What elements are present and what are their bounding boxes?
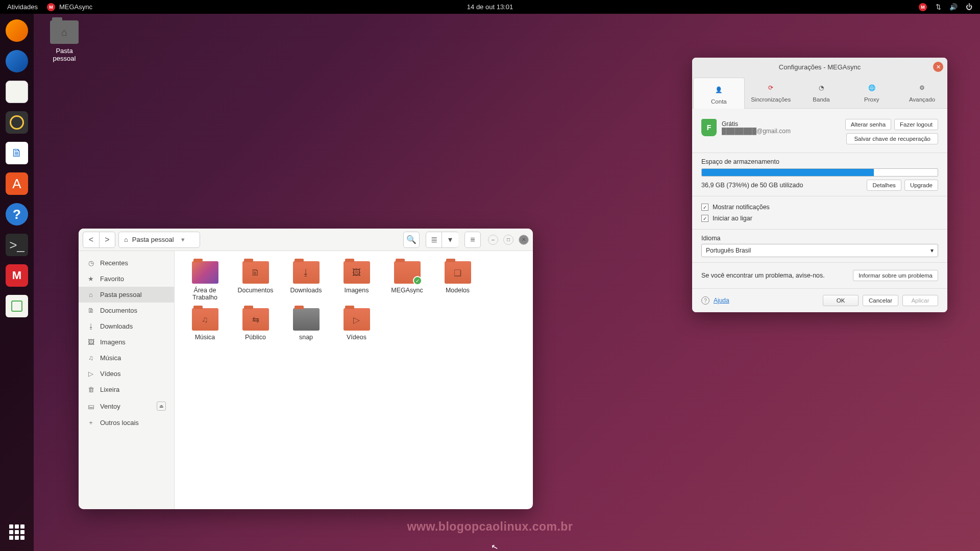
ok-button[interactable]: OK [823, 295, 859, 306]
sidebar-label: Lixeira [100, 386, 119, 393]
dock-firefox[interactable] [3, 17, 31, 44]
mega-tray-icon[interactable]: M [919, 3, 927, 11]
language-value: Português Brasil [706, 247, 751, 254]
language-select[interactable]: Português Brasil ▾ [701, 244, 938, 257]
help-link[interactable]: Ajuda [714, 297, 729, 304]
sidebar-item-recentes[interactable]: ◷Recentes [79, 255, 174, 271]
view-options-button[interactable]: ▾ [442, 232, 458, 248]
tab-proxy[interactable]: 🌐Proxy [846, 76, 897, 108]
storage-bar [701, 168, 938, 177]
folder-icon: ⇆ [242, 308, 269, 331]
sync-badge-icon: ✓ [413, 276, 422, 285]
file-item-documentos[interactable]: 🗎Documentos [230, 259, 281, 303]
folder-icon: 🗎 [242, 261, 269, 284]
window-close-button[interactable]: ✕ [519, 235, 529, 245]
sidebar-item-imagens[interactable]: 🖼Imagens [79, 334, 174, 350]
tab-sincronizacoes[interactable]: ⟳Sincronizações [746, 76, 796, 108]
apply-button[interactable]: Aplicar [902, 295, 938, 306]
folder-icon: 🖼 [344, 261, 370, 284]
show-notifications-label: Mostrar notificações [713, 204, 770, 211]
nav-forward-button[interactable]: > [99, 232, 115, 248]
start-on-boot-checkbox[interactable]: ✓ [701, 215, 708, 222]
dock-software[interactable]: A [3, 170, 31, 197]
sidebar-icon: 🗑 [87, 386, 95, 393]
mega-title-label: Configurações - MEGAsync [779, 63, 861, 71]
storage-label: Espaço de armazenamento [701, 158, 938, 165]
file-item-modelos[interactable]: ❏Modelos [432, 259, 483, 303]
activities-button[interactable]: Atividades [7, 3, 38, 11]
save-recovery-key-button[interactable]: Salvar chave de recuperação [846, 133, 938, 144]
tab-conta[interactable]: 👤Conta [693, 78, 745, 109]
dock-thunderbird[interactable] [3, 47, 31, 75]
file-label: Downloads [282, 287, 330, 294]
desktop-home-folder[interactable]: Pasta pessoal [44, 20, 85, 62]
hamburger-menu-button[interactable]: ≡ [464, 232, 481, 248]
file-item-megasync[interactable]: ✓MEGAsync [382, 259, 432, 303]
dock-show-apps[interactable] [3, 518, 31, 546]
file-label: MEGAsync [383, 287, 431, 294]
change-password-button[interactable]: Alterar senha [845, 119, 891, 130]
nav-back-button[interactable]: < [83, 232, 99, 248]
sidebar-label: Música [100, 354, 121, 362]
clock[interactable]: 14 de out 13:01 [467, 3, 513, 11]
sidebar-icon: 🖴 [87, 403, 95, 410]
file-item-imagens[interactable]: 🖼Imagens [331, 259, 382, 303]
sidebar-label: Favorito [100, 275, 124, 283]
sidebar-item-vídeos[interactable]: ▷Vídeos [79, 366, 174, 382]
power-icon[interactable]: ⏻ [965, 3, 973, 11]
sidebar-item-ventoy[interactable]: 🖴Ventoy⏏ [79, 397, 174, 415]
mega-close-button[interactable]: ✕ [933, 62, 943, 72]
path-bar[interactable]: ⌂ Pasta pessoal ▾ [118, 232, 200, 248]
view-list-button[interactable]: ≣ [426, 232, 442, 248]
search-button[interactable]: 🔍 [403, 232, 420, 248]
dock-help[interactable]: ? [3, 201, 31, 228]
nautilus-content: Área de Trabalho🗎Documentos⭳Downloads🖼Im… [175, 251, 533, 509]
dock-terminal[interactable]: >_ [3, 231, 31, 259]
plan-shield-icon: F [701, 119, 717, 136]
sidebar-item-lixeira[interactable]: 🗑Lixeira [79, 382, 174, 397]
volume-icon[interactable]: 🔊 [949, 3, 958, 11]
file-label: Vídeos [332, 334, 381, 341]
file-item-público[interactable]: ⇆Público [230, 306, 281, 343]
file-item-vídeos[interactable]: ▷Vídeos [331, 306, 382, 343]
dock-files[interactable] [3, 78, 31, 106]
eject-button[interactable]: ⏏ [157, 402, 166, 411]
tab-banda[interactable]: ◔Banda [796, 76, 847, 108]
file-item-música[interactable]: ♫Música [180, 306, 230, 343]
sidebar-item-outros-locais[interactable]: +Outros locais [79, 415, 174, 431]
dock-rhythmbox[interactable] [3, 109, 31, 136]
network-icon[interactable]: ⇅ [934, 3, 942, 11]
file-item-downloads[interactable]: ⭳Downloads [281, 259, 331, 303]
window-maximize-button[interactable]: □ [503, 235, 513, 245]
sidebar-item-música[interactable]: ♫Música [79, 350, 174, 366]
mega-titlebar: Configurações - MEGAsync ✕ [692, 58, 947, 76]
mega-settings-dialog: Configurações - MEGAsync ✕ 👤Conta ⟳Sincr… [692, 58, 947, 312]
sidebar-item-pasta-pessoal[interactable]: ⌂Pasta pessoal [79, 287, 174, 303]
sidebar-icon: ♫ [87, 354, 95, 362]
sidebar-icon: ⭳ [87, 322, 95, 330]
report-issue-button[interactable]: Informar sobre um problema [853, 270, 938, 281]
sidebar-icon: + [87, 419, 95, 427]
upgrade-button[interactable]: Upgrade [904, 180, 938, 191]
show-notifications-checkbox[interactable]: ✓ [701, 204, 708, 211]
chevron-down-icon: ▾ [181, 236, 185, 243]
file-item-área-de-trabalho[interactable]: Área de Trabalho [180, 259, 230, 303]
cancel-button[interactable]: Cancelar [863, 295, 898, 306]
file-label: Imagens [332, 287, 381, 294]
logout-button[interactable]: Fazer logout [894, 119, 938, 130]
language-label: Idioma [701, 235, 938, 242]
nautilus-sidebar: ◷Recentes★Favorito⌂Pasta pessoal🗎Documen… [79, 251, 175, 509]
sidebar-label: Downloads [100, 322, 133, 330]
window-minimize-button[interactable]: – [488, 235, 498, 245]
sidebar-item-downloads[interactable]: ⭳Downloads [79, 318, 174, 334]
sidebar-item-documentos[interactable]: 🗎Documentos [79, 303, 174, 318]
tab-avancado[interactable]: ⚙Avançado [897, 76, 947, 108]
dock-writer[interactable]: 🗎 [3, 139, 31, 167]
app-menu[interactable]: M MEGAsync [47, 3, 92, 11]
sidebar-item-favorito[interactable]: ★Favorito [79, 271, 174, 287]
dock-megasync[interactable]: M [3, 262, 31, 289]
file-item-snap[interactable]: snap [281, 306, 331, 343]
details-button[interactable]: Detalhes [867, 180, 901, 191]
sidebar-icon: ★ [87, 275, 95, 283]
dock-trash[interactable] [3, 292, 31, 320]
